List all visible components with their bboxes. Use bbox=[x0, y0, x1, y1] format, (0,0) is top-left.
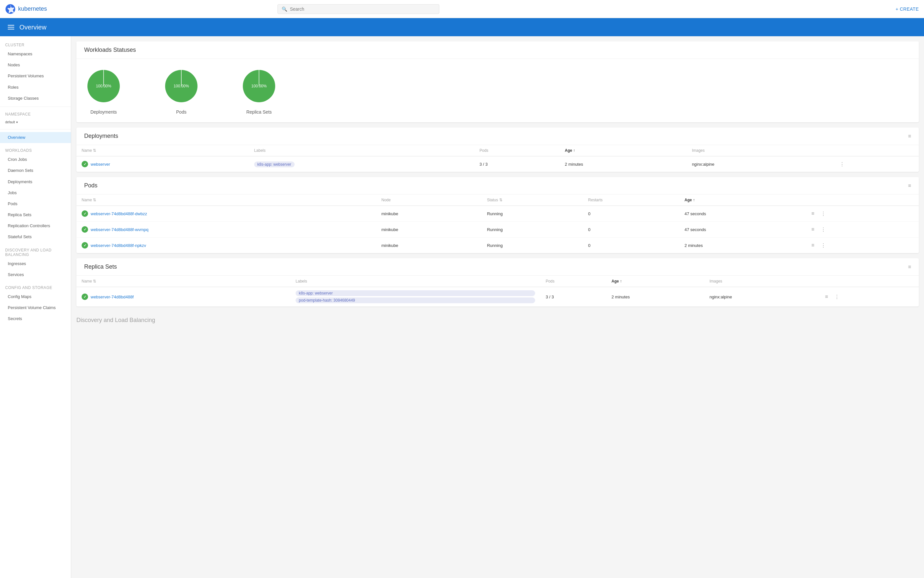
deployments-pie: 100.00% bbox=[84, 67, 123, 106]
sidebar-item-persistent-volumes[interactable]: Persistent Volumes bbox=[0, 71, 71, 81]
pods-col-node: Node bbox=[376, 195, 482, 206]
rs-col-labels: Labels bbox=[290, 276, 540, 287]
sidebar-item-stateful-sets[interactable]: Stateful Sets bbox=[0, 231, 71, 242]
rs-age-cell: 2 minutes bbox=[607, 287, 704, 307]
deployment-pods-cell: 3 / 3 bbox=[474, 156, 560, 172]
pods-chart: 100.00% Pods bbox=[162, 67, 201, 115]
rs-col-actions bbox=[817, 276, 919, 287]
deployments-filter-icon[interactable]: ≡ bbox=[908, 133, 911, 139]
pods-col-name[interactable]: Name ⇅ bbox=[76, 195, 376, 206]
sidebar-item-deployments[interactable]: Deployments bbox=[0, 176, 71, 187]
deployments-card-header: Deployments ≡ bbox=[76, 128, 919, 145]
replica-sets-filter-icon[interactable]: ≡ bbox=[908, 264, 911, 270]
page-header: Overview bbox=[0, 18, 924, 36]
deployments-card-title: Deployments bbox=[84, 133, 118, 140]
deployments-col-images: Images bbox=[686, 145, 832, 156]
pods-filter-icon[interactable]: ≡ bbox=[908, 183, 911, 189]
menu-button[interactable] bbox=[8, 25, 14, 29]
rs-label-badge-0: k8s-app: webserver bbox=[296, 290, 535, 296]
pod-status-icon-2 bbox=[81, 242, 88, 248]
search-input[interactable] bbox=[290, 6, 435, 11]
sidebar-item-services[interactable]: Services bbox=[0, 269, 71, 280]
deployments-col-labels: Labels bbox=[249, 145, 474, 156]
sidebar-item-replica-sets[interactable]: Replica Sets bbox=[0, 209, 71, 221]
pods-col-status[interactable]: Status ⇅ bbox=[482, 195, 583, 206]
pods-pie-label: 100.00% bbox=[174, 84, 189, 88]
sidebar-item-config-maps[interactable]: Config Maps bbox=[0, 291, 71, 302]
deployment-name-link[interactable]: webserver bbox=[91, 162, 110, 167]
sidebar-item-cron-jobs[interactable]: Cron Jobs bbox=[0, 154, 71, 165]
rs-col-name[interactable]: Name ⇅ bbox=[76, 276, 290, 287]
sidebar-item-pods[interactable]: Pods bbox=[0, 198, 71, 209]
pod-name-cell-0: webserver-74d8bd488f-dwbzz bbox=[76, 206, 376, 222]
create-button[interactable]: + CREATE bbox=[896, 6, 919, 11]
pod-status-icon-0 bbox=[81, 210, 88, 217]
pods-col-age[interactable]: Age ↑ bbox=[679, 195, 803, 206]
sidebar-item-nodes[interactable]: Nodes bbox=[0, 60, 71, 71]
rs-name-cell: webserver-74d8bd488f bbox=[76, 287, 290, 307]
deployment-more-icon[interactable]: ⋮ bbox=[838, 159, 847, 169]
pod-list-icon-1[interactable]: ≡ bbox=[808, 225, 817, 234]
sidebar-item-jobs[interactable]: Jobs bbox=[0, 187, 71, 198]
rs-label-badge-1: pod-template-hash: 3084680449 bbox=[296, 297, 535, 303]
deployment-name-cell: webserver bbox=[76, 156, 249, 172]
layout: Cluster Namespaces Nodes Persistent Volu… bbox=[0, 36, 924, 578]
rs-more-icon[interactable]: ⋮ bbox=[832, 292, 841, 301]
discovery-section-heading: Discovery and Load Balancing bbox=[76, 317, 155, 323]
sidebar-item-roles[interactable]: Roles bbox=[0, 82, 71, 93]
workloads-statuses-header: Workloads Statuses bbox=[76, 41, 919, 59]
pod-node-cell-2: minikube bbox=[376, 237, 482, 253]
namespace-selector[interactable]: default ▾ bbox=[0, 118, 71, 127]
pod-name-link-2[interactable]: webserver-74d8bd488f-npkzv bbox=[91, 243, 146, 248]
sidebar-item-storage-classes[interactable]: Storage Classes bbox=[0, 93, 71, 104]
kubernetes-logo-icon bbox=[5, 4, 16, 14]
deployment-label-badge: k8s-app: webserver bbox=[254, 161, 294, 167]
pod-more-icon-0[interactable]: ⋮ bbox=[819, 209, 828, 218]
pod-more-icon-2[interactable]: ⋮ bbox=[819, 241, 828, 250]
deployments-col-pods: Pods bbox=[474, 145, 560, 156]
pod-list-icon-0[interactable]: ≡ bbox=[808, 209, 817, 218]
deployments-pie-label: 100.00% bbox=[96, 84, 111, 88]
replica-sets-pie-label: 100.00% bbox=[251, 84, 267, 88]
logo[interactable]: kubernetes bbox=[5, 4, 47, 14]
table-row: webserver k8s-app: webserver 3 / 3 2 min… bbox=[76, 156, 919, 172]
pod-name-link-1[interactable]: webserver-74d8bd488f-wvmpq bbox=[91, 227, 148, 232]
topbar: kubernetes 🔍 + CREATE bbox=[0, 0, 924, 18]
deployment-labels-cell: k8s-app: webserver bbox=[249, 156, 474, 172]
sidebar: Cluster Namespaces Nodes Persistent Volu… bbox=[0, 36, 71, 578]
pods-table: Name ⇅ Node Status ⇅ Restarts Age ↑ we bbox=[76, 195, 919, 253]
sidebar-item-namespaces[interactable]: Namespaces bbox=[0, 49, 71, 60]
sidebar-item-secrets[interactable]: Secrets bbox=[0, 313, 71, 324]
deployment-status-icon bbox=[81, 161, 88, 167]
pod-status-cell-0: Running bbox=[482, 206, 583, 222]
pod-node-cell-1: minikube bbox=[376, 222, 482, 237]
deployments-chart: 100.00% Deployments bbox=[84, 67, 123, 115]
replica-sets-card: Replica Sets ≡ Name ⇅ Labels Pods Age ↑ … bbox=[76, 258, 919, 307]
rs-col-age[interactable]: Age ↑ bbox=[607, 276, 704, 287]
replica-sets-chart: 100.00% Replica Sets bbox=[239, 67, 278, 115]
rs-list-icon[interactable]: ≡ bbox=[822, 292, 831, 301]
sidebar-item-persistent-volume-claims[interactable]: Persistent Volume Claims bbox=[0, 302, 71, 313]
sidebar-item-replication-controllers[interactable]: Replication Controllers bbox=[0, 221, 71, 231]
deployment-actions-cell: ⋮ bbox=[832, 156, 919, 172]
search-bar[interactable]: 🔍 bbox=[277, 4, 439, 14]
pod-status-icon-1 bbox=[81, 226, 88, 233]
pod-actions-cell-2: ≡ ⋮ bbox=[803, 237, 919, 253]
sidebar-item-ingresses[interactable]: Ingresses bbox=[0, 258, 71, 269]
pod-name-link-0[interactable]: webserver-74d8bd488f-dwbzz bbox=[91, 211, 147, 216]
search-icon: 🔍 bbox=[281, 6, 287, 11]
rs-col-images: Images bbox=[704, 276, 817, 287]
pod-list-icon-2[interactable]: ≡ bbox=[808, 241, 817, 250]
deployments-col-name[interactable]: Name ⇅ bbox=[76, 145, 249, 156]
deployments-col-age[interactable]: Age ↑ bbox=[560, 145, 687, 156]
pods-pie: 100.00% bbox=[162, 67, 201, 106]
deployments-card: Deployments ≡ Name ⇅ Labels Pods Age ↑ I… bbox=[76, 128, 919, 172]
sidebar-item-overview[interactable]: Overview bbox=[0, 132, 71, 143]
pod-age-cell-1: 47 seconds bbox=[679, 222, 803, 237]
pods-col-restarts: Restarts bbox=[583, 195, 680, 206]
rs-status-icon bbox=[81, 294, 88, 300]
rs-name-link[interactable]: webserver-74d8bd488f bbox=[91, 294, 134, 299]
sidebar-item-daemon-sets[interactable]: Daemon Sets bbox=[0, 165, 71, 176]
pod-more-icon-1[interactable]: ⋮ bbox=[819, 225, 828, 234]
rs-images-cell: nginx:alpine bbox=[704, 287, 817, 307]
